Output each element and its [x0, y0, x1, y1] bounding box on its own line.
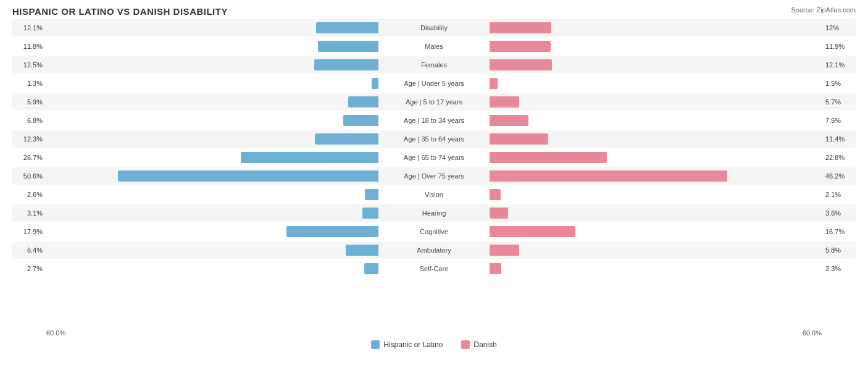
bar-label: Ambulatory	[378, 246, 490, 254]
left-bar	[316, 22, 378, 33]
bar-label: Age | 65 to 74 years	[378, 154, 490, 161]
chart-title: HISPANIC OR LATINO VS DANISH DISABILITY	[12, 6, 856, 17]
bar-row: 3.1% Hearing 3.6%	[12, 204, 856, 222]
row-inner: 11.8% Males 11.9%	[12, 38, 856, 55]
right-bar-area	[490, 245, 822, 256]
right-bar-area	[490, 208, 822, 219]
left-bar	[364, 263, 378, 274]
row-inner: 26.7% Age | 65 to 74 years 22.8%	[12, 149, 856, 166]
right-bar	[490, 263, 501, 274]
bar-row: 6.4% Ambulatory 5.8%	[12, 242, 856, 259]
left-bar-area	[46, 208, 378, 219]
bar-row: 2.7% Self-Care 2.3%	[12, 260, 856, 277]
left-bar	[318, 41, 378, 52]
legend-box-blue	[371, 340, 380, 349]
left-value: 26.7%	[12, 154, 46, 161]
left-value: 3.1%	[12, 209, 46, 217]
row-inner: 5.9% Age | 5 to 17 years 5.7%	[12, 93, 856, 111]
right-value: 5.8%	[822, 246, 856, 254]
left-value: 1.3%	[12, 80, 46, 87]
row-inner: 2.6% Vision 2.1%	[12, 186, 856, 203]
left-value: 17.9%	[12, 228, 46, 235]
axis-left: 60.0%	[46, 329, 65, 337]
left-bar-area	[46, 226, 378, 237]
left-value: 6.8%	[12, 117, 46, 124]
right-bar-area	[490, 41, 822, 52]
right-bar	[490, 115, 528, 126]
left-bar	[314, 59, 378, 70]
left-value: 11.8%	[12, 43, 46, 50]
left-value: 6.4%	[12, 246, 46, 254]
left-bar-area	[46, 22, 378, 33]
left-bar-area	[46, 115, 378, 126]
left-value: 2.7%	[12, 265, 46, 272]
bar-row: 17.9% Cognitive 16.7%	[12, 223, 856, 240]
bar-row: 12.3% Age | 35 to 64 years 11.4%	[12, 130, 856, 148]
bar-row: 1.3% Age | Under 5 years 1.5%	[12, 75, 856, 92]
left-bar-area	[46, 263, 378, 274]
right-bar-area	[490, 152, 822, 163]
row-inner: 17.9% Cognitive 16.7%	[12, 223, 856, 240]
left-value: 12.5%	[12, 61, 46, 69]
right-value: 2.3%	[822, 265, 856, 272]
left-bar	[348, 96, 378, 107]
bar-label: Age | 5 to 17 years	[378, 98, 490, 106]
left-bar-area	[46, 96, 378, 107]
legend-item-left: Hispanic or Latino	[371, 340, 443, 349]
left-value: 50.6%	[12, 172, 46, 180]
left-bar	[315, 133, 378, 145]
row-inner: 6.4% Ambulatory 5.8%	[12, 242, 856, 259]
chart-container: HISPANIC OR LATINO VS DANISH DISABILITY …	[0, 0, 868, 378]
legend: Hispanic or Latino Danish	[12, 340, 856, 349]
bar-label: Disability	[378, 24, 490, 32]
right-bar-area	[490, 59, 822, 70]
right-value: 5.7%	[822, 98, 856, 106]
left-bar-area	[46, 41, 378, 52]
left-bar-area	[46, 189, 378, 200]
bar-label: Vision	[378, 191, 490, 198]
left-bar-area	[46, 245, 378, 256]
right-bar-area	[490, 189, 822, 200]
bar-label: Age | 18 to 34 years	[378, 117, 490, 124]
left-bar	[118, 170, 378, 182]
bar-row: 6.8% Age | 18 to 34 years 7.5%	[12, 112, 856, 129]
bar-label: Cognitive	[378, 228, 490, 235]
right-bar-area	[490, 96, 822, 107]
right-bar	[490, 78, 498, 89]
right-value: 1.5%	[822, 80, 856, 87]
row-inner: 50.6% Age | Over 75 years 46.2%	[12, 167, 856, 185]
bar-label: Age | Over 75 years	[378, 172, 490, 180]
right-bar-area	[490, 22, 822, 33]
axis-right: 60.0%	[803, 329, 822, 337]
right-value: 12%	[822, 24, 856, 32]
bar-label: Age | Under 5 years	[378, 80, 490, 87]
legend-item-right: Danish	[461, 340, 496, 349]
axis-labels: 60.0% 60.0%	[12, 329, 856, 337]
row-inner: 12.5% Females 12.1%	[12, 56, 856, 74]
right-bar	[490, 59, 552, 70]
right-value: 12.1%	[822, 61, 856, 69]
right-bar	[490, 245, 519, 256]
right-bar	[490, 152, 607, 163]
right-bar	[490, 133, 548, 145]
left-value: 12.1%	[12, 24, 46, 32]
left-bar	[241, 152, 378, 163]
right-value: 16.7%	[822, 228, 856, 235]
bar-label: Age | 35 to 64 years	[378, 135, 490, 143]
left-bar-area	[46, 59, 378, 70]
left-bar-area	[46, 133, 378, 145]
chart-area: 12.1% Disability 12% 11.8% Males	[12, 19, 856, 328]
right-bar	[490, 96, 519, 107]
legend-label-left: Hispanic or Latino	[383, 340, 443, 349]
left-bar	[362, 208, 378, 219]
right-bar-area	[490, 263, 822, 274]
source-text: Source: ZipAtlas.com	[791, 6, 856, 14]
row-inner: 1.3% Age | Under 5 years 1.5%	[12, 75, 856, 92]
left-value: 5.9%	[12, 98, 46, 106]
right-value: 2.1%	[822, 191, 856, 198]
bar-label: Self-Care	[378, 265, 490, 272]
legend-label-right: Danish	[474, 340, 496, 349]
right-bar	[490, 189, 501, 200]
right-value: 11.4%	[822, 135, 856, 143]
right-bar	[490, 208, 508, 219]
